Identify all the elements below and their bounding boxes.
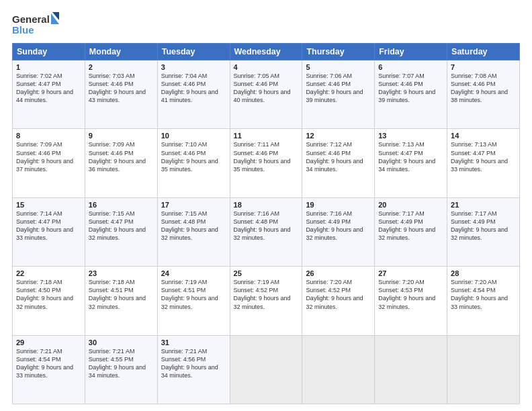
day-cell: 27Sunrise: 7:20 AMSunset: 4:53 PMDayligh… [375, 267, 447, 335]
day-cell [375, 335, 447, 404]
day-info: Sunrise: 7:04 AMSunset: 4:46 PMDaylight:… [161, 72, 226, 105]
day-info: Sunrise: 7:21 AMSunset: 4:55 PMDaylight:… [89, 347, 154, 380]
day-number: 29 [16, 338, 81, 347]
day-cell [302, 335, 375, 404]
day-cell: 20Sunrise: 7:17 AMSunset: 4:49 PMDayligh… [375, 197, 447, 266]
day-cell: 11Sunrise: 7:11 AMSunset: 4:46 PMDayligh… [230, 129, 302, 197]
day-info: Sunrise: 7:06 AMSunset: 4:46 PMDaylight:… [306, 72, 371, 105]
day-number: 24 [161, 269, 226, 277]
day-cell: 28Sunrise: 7:20 AMSunset: 4:54 PMDayligh… [447, 267, 520, 335]
day-number: 8 [16, 132, 81, 140]
day-cell: 22Sunrise: 7:18 AMSunset: 4:50 PMDayligh… [13, 267, 85, 335]
day-info: Sunrise: 7:16 AMSunset: 4:48 PMDaylight:… [234, 210, 299, 242]
day-number: 19 [306, 201, 371, 209]
header-cell-monday: Monday [85, 44, 157, 60]
day-number: 31 [161, 338, 226, 347]
day-info: Sunrise: 7:05 AMSunset: 4:46 PMDaylight:… [234, 72, 299, 105]
day-info: Sunrise: 7:09 AMSunset: 4:46 PMDaylight:… [89, 140, 154, 173]
day-cell: 19Sunrise: 7:16 AMSunset: 4:49 PMDayligh… [302, 197, 375, 266]
day-cell: 29Sunrise: 7:21 AMSunset: 4:54 PMDayligh… [13, 335, 85, 404]
day-info: Sunrise: 7:15 AMSunset: 4:48 PMDaylight:… [161, 210, 226, 242]
header: GeneralBlue [12, 11, 520, 38]
day-number: 17 [161, 201, 226, 209]
day-number: 14 [451, 132, 516, 140]
day-info: Sunrise: 7:08 AMSunset: 4:46 PMDaylight:… [451, 72, 516, 105]
day-cell: 18Sunrise: 7:16 AMSunset: 4:48 PMDayligh… [230, 197, 302, 266]
day-number: 23 [89, 269, 154, 277]
day-cell: 15Sunrise: 7:14 AMSunset: 4:47 PMDayligh… [13, 197, 85, 266]
day-number: 6 [378, 63, 443, 71]
day-number: 1 [16, 63, 81, 71]
week-row-4: 22Sunrise: 7:18 AMSunset: 4:50 PMDayligh… [13, 267, 520, 335]
header-cell-wednesday: Wednesday [230, 44, 302, 60]
week-row-1: 1Sunrise: 7:02 AMSunset: 4:47 PMDaylight… [13, 60, 520, 129]
day-info: Sunrise: 7:20 AMSunset: 4:54 PMDaylight:… [451, 278, 516, 311]
day-info: Sunrise: 7:20 AMSunset: 4:53 PMDaylight:… [378, 278, 443, 311]
day-number: 3 [161, 63, 226, 71]
day-cell: 25Sunrise: 7:19 AMSunset: 4:52 PMDayligh… [230, 267, 302, 335]
day-number: 15 [16, 201, 81, 209]
header-cell-thursday: Thursday [302, 44, 375, 60]
day-cell: 9Sunrise: 7:09 AMSunset: 4:46 PMDaylight… [85, 129, 157, 197]
day-cell: 6Sunrise: 7:07 AMSunset: 4:46 PMDaylight… [375, 60, 447, 129]
day-cell: 16Sunrise: 7:15 AMSunset: 4:47 PMDayligh… [85, 197, 157, 266]
day-number: 11 [234, 132, 299, 140]
day-cell: 21Sunrise: 7:17 AMSunset: 4:49 PMDayligh… [447, 197, 520, 266]
day-info: Sunrise: 7:18 AMSunset: 4:50 PMDaylight:… [16, 278, 81, 311]
header-cell-saturday: Saturday [447, 44, 520, 60]
day-number: 5 [306, 63, 371, 71]
day-cell [230, 335, 302, 404]
day-cell [447, 335, 520, 404]
day-number: 27 [378, 269, 443, 277]
day-info: Sunrise: 7:13 AMSunset: 4:47 PMDaylight:… [378, 140, 443, 173]
calendar-header: SundayMondayTuesdayWednesdayThursdayFrid… [13, 44, 520, 60]
header-cell-sunday: Sunday [13, 44, 85, 60]
day-cell: 1Sunrise: 7:02 AMSunset: 4:47 PMDaylight… [13, 60, 85, 129]
day-number: 26 [306, 269, 371, 277]
day-number: 25 [234, 269, 299, 277]
day-info: Sunrise: 7:19 AMSunset: 4:52 PMDaylight:… [234, 278, 299, 311]
day-number: 2 [89, 63, 154, 71]
day-cell: 30Sunrise: 7:21 AMSunset: 4:55 PMDayligh… [85, 335, 157, 404]
day-cell: 10Sunrise: 7:10 AMSunset: 4:46 PMDayligh… [157, 129, 230, 197]
day-number: 7 [451, 63, 516, 71]
day-cell: 12Sunrise: 7:12 AMSunset: 4:46 PMDayligh… [302, 129, 375, 197]
day-number: 13 [378, 132, 443, 140]
day-number: 4 [234, 63, 299, 71]
logo: GeneralBlue [12, 11, 59, 38]
day-cell: 8Sunrise: 7:09 AMSunset: 4:46 PMDaylight… [13, 129, 85, 197]
day-info: Sunrise: 7:13 AMSunset: 4:47 PMDaylight:… [451, 140, 516, 173]
day-cell: 23Sunrise: 7:18 AMSunset: 4:51 PMDayligh… [85, 267, 157, 335]
day-number: 16 [89, 201, 154, 209]
calendar: SundayMondayTuesdayWednesdayThursdayFrid… [12, 43, 520, 404]
day-cell: 24Sunrise: 7:19 AMSunset: 4:51 PMDayligh… [157, 267, 230, 335]
day-cell: 14Sunrise: 7:13 AMSunset: 4:47 PMDayligh… [447, 129, 520, 197]
day-number: 22 [16, 269, 81, 277]
day-number: 10 [161, 132, 226, 140]
day-info: Sunrise: 7:17 AMSunset: 4:49 PMDaylight:… [378, 210, 443, 242]
header-cell-friday: Friday [375, 44, 447, 60]
day-info: Sunrise: 7:15 AMSunset: 4:47 PMDaylight:… [89, 210, 154, 242]
day-cell: 26Sunrise: 7:20 AMSunset: 4:52 PMDayligh… [302, 267, 375, 335]
day-cell: 13Sunrise: 7:13 AMSunset: 4:47 PMDayligh… [375, 129, 447, 197]
day-info: Sunrise: 7:16 AMSunset: 4:49 PMDaylight:… [306, 210, 371, 242]
day-cell: 31Sunrise: 7:21 AMSunset: 4:56 PMDayligh… [157, 335, 230, 404]
day-info: Sunrise: 7:17 AMSunset: 4:49 PMDaylight:… [451, 210, 516, 242]
day-number: 28 [451, 269, 516, 277]
day-info: Sunrise: 7:21 AMSunset: 4:54 PMDaylight:… [16, 347, 81, 380]
day-info: Sunrise: 7:09 AMSunset: 4:46 PMDaylight:… [16, 140, 81, 173]
day-info: Sunrise: 7:14 AMSunset: 4:47 PMDaylight:… [16, 210, 81, 242]
day-cell: 17Sunrise: 7:15 AMSunset: 4:48 PMDayligh… [157, 197, 230, 266]
day-cell: 5Sunrise: 7:06 AMSunset: 4:46 PMDaylight… [302, 60, 375, 129]
day-number: 20 [378, 201, 443, 209]
day-info: Sunrise: 7:11 AMSunset: 4:46 PMDaylight:… [234, 140, 299, 173]
day-info: Sunrise: 7:20 AMSunset: 4:52 PMDaylight:… [306, 278, 371, 311]
day-info: Sunrise: 7:03 AMSunset: 4:46 PMDaylight:… [89, 72, 154, 105]
day-info: Sunrise: 7:21 AMSunset: 4:56 PMDaylight:… [161, 347, 226, 380]
day-info: Sunrise: 7:10 AMSunset: 4:46 PMDaylight:… [161, 140, 226, 173]
day-cell: 7Sunrise: 7:08 AMSunset: 4:46 PMDaylight… [447, 60, 520, 129]
svg-text:Blue: Blue [12, 24, 34, 36]
day-info: Sunrise: 7:02 AMSunset: 4:47 PMDaylight:… [16, 72, 81, 105]
page: GeneralBlue SundayMondayTuesdayWednesday… [0, 0, 532, 411]
day-info: Sunrise: 7:19 AMSunset: 4:51 PMDaylight:… [161, 278, 226, 311]
